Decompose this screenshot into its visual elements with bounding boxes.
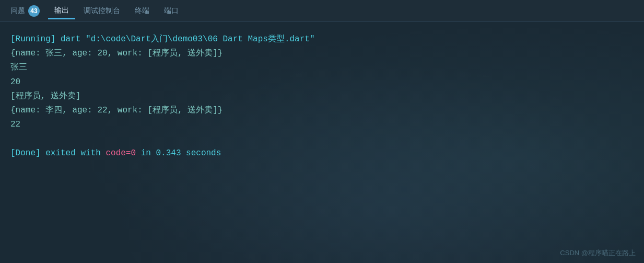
tab-port-label: 端口 [164,6,179,16]
output-line3: 20 [10,77,20,87]
done-line: [Done] exited with code=0 in 0.343 secon… [10,148,221,158]
done-time: 0.343 [156,148,181,158]
done-prefix: [Done] exited [10,148,80,158]
tab-bar: 问题 43 输出 调试控制台 终端 端口 [0,0,644,22]
output-line6: 22 [10,120,20,129]
tab-terminal[interactable]: 终端 [128,3,156,19]
tab-debug[interactable]: 调试控制台 [77,3,126,19]
done-seconds: seconds [181,148,221,158]
tab-terminal-label: 终端 [135,6,149,16]
terminal-output: [Running] dart "d:\code\Dart入门\demo03\06… [0,22,644,263]
done-with: with [80,148,106,158]
output-line1: {name: 张三, age: 20, work: [程序员, 送外卖]} [10,49,223,58]
running-line: [Running] dart "d:\code\Dart入门\demo03\06… [10,35,314,44]
watermark: CSDN @程序喵正在路上 [560,248,636,258]
problems-badge: 43 [28,5,40,17]
tab-problems[interactable]: 问题 43 [4,2,46,20]
output-line5: {name: 李四, age: 22, work: [程序员, 送外卖]} [10,106,223,115]
tab-debug-label: 调试控制台 [84,6,120,16]
tab-output[interactable]: 输出 [48,3,75,19]
tab-output-label: 输出 [54,6,69,15]
tab-port[interactable]: 端口 [158,3,185,19]
tab-problems-label: 问题 [10,6,25,16]
output-line4: [程序员, 送外卖] [10,92,80,101]
output-line2: 张三 [10,63,27,72]
done-code-value: 0 [131,148,136,158]
done-in: in [136,148,156,158]
done-code-label: code= [106,148,131,158]
